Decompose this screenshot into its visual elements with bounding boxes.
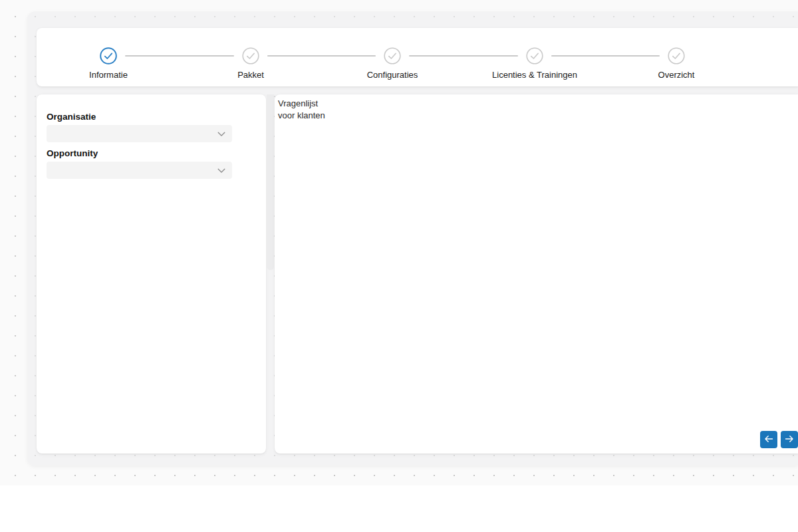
step-connector [267, 55, 376, 57]
step-connector [551, 55, 660, 57]
previous-step-button[interactable] [760, 431, 777, 448]
organisatie-label: Organisatie [47, 112, 96, 122]
check-circle-icon [100, 47, 117, 65]
check-circle-icon [668, 47, 685, 65]
check-circle-icon [384, 47, 401, 65]
step-label: Overzicht [590, 70, 763, 80]
arrow-right-icon [784, 435, 795, 445]
form-panel: Organisatie Opportunity [37, 94, 266, 454]
organisatie-dropdown[interactable] [47, 125, 232, 142]
wizard-stepper: Informatie Pakket Configuraties Licentie… [37, 28, 798, 86]
step-connector [125, 55, 234, 57]
content-panel: Vragenlijst voor klanten [275, 94, 798, 454]
step-connector [409, 55, 518, 57]
arrow-left-icon [763, 435, 774, 445]
next-step-button[interactable] [781, 431, 798, 448]
chevron-down-icon [217, 164, 225, 176]
panel-description: Vragenlijst voor klanten [278, 98, 325, 122]
splitter-handle[interactable] [267, 94, 274, 270]
check-circle-icon [526, 47, 543, 65]
chevron-down-icon [217, 128, 225, 140]
check-circle-icon [242, 47, 259, 65]
opportunity-label: Opportunity [47, 148, 98, 158]
opportunity-dropdown[interactable] [47, 162, 232, 179]
